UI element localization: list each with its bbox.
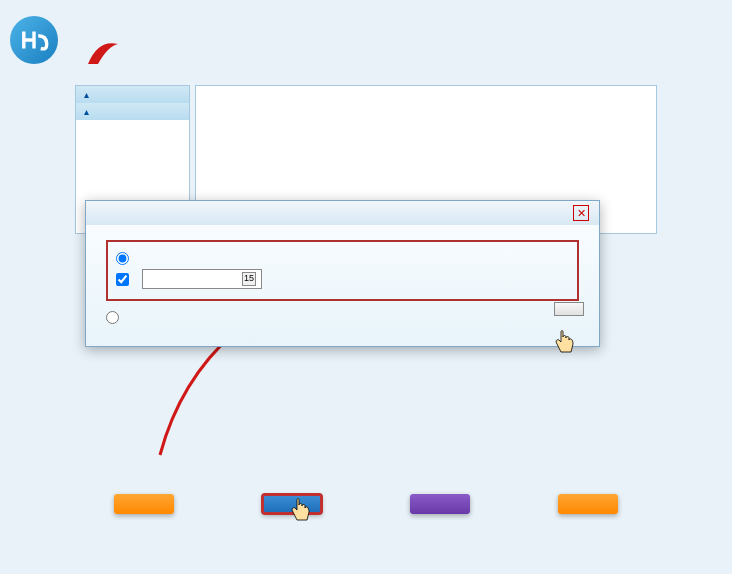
bottom-buttons bbox=[0, 494, 732, 514]
checkbox-date[interactable] bbox=[116, 273, 129, 286]
chevron-up-icon: ▴ bbox=[84, 106, 89, 117]
option-group-highlighted: 15 bbox=[106, 240, 579, 301]
header bbox=[0, 0, 732, 80]
special-vocab-button[interactable] bbox=[410, 494, 470, 514]
calendar-icon[interactable]: 15 bbox=[242, 272, 256, 286]
matching-game-button[interactable] bbox=[558, 494, 618, 514]
sidebar-section-words[interactable]: ▴ bbox=[76, 86, 189, 103]
chevron-up-icon: ▴ bbox=[84, 89, 89, 100]
dialog-body: 15 bbox=[86, 225, 599, 346]
option-spell-learned[interactable] bbox=[116, 250, 569, 267]
start-memorize-button[interactable] bbox=[114, 494, 174, 514]
start-spell-button[interactable] bbox=[554, 302, 584, 316]
radio-learned[interactable] bbox=[116, 252, 129, 265]
site-logo-icon bbox=[10, 16, 58, 64]
close-icon[interactable]: ✕ bbox=[573, 205, 589, 221]
date-picker[interactable]: 15 bbox=[142, 269, 262, 289]
option-spell-new[interactable] bbox=[106, 309, 579, 326]
footer-links bbox=[682, 545, 712, 559]
dialog-titlebar: ✕ bbox=[86, 201, 599, 225]
option-select-date[interactable]: 15 bbox=[116, 267, 569, 291]
radio-new[interactable] bbox=[106, 311, 119, 324]
start-spelling-button[interactable] bbox=[262, 494, 322, 514]
app-logo-icon bbox=[83, 34, 123, 69]
sidebar-section-papers[interactable]: ▴ bbox=[76, 103, 189, 120]
spell-plan-dialog: ✕ 15 bbox=[85, 200, 600, 347]
